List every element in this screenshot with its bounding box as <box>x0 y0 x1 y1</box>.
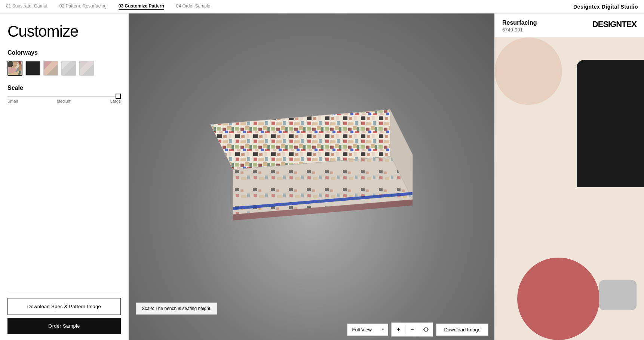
nav-step-customize[interactable]: 03 Customize Pattern <box>119 3 164 10</box>
crosshair-icon <box>423 327 429 333</box>
view-controls: Full View Detail View + − <box>347 322 488 337</box>
viewport-bg: Scale: The bench is seating height. Full… <box>129 13 494 340</box>
spec-logo: DESIGNTEX <box>592 19 637 29</box>
viewport: Scale: The bench is seating height. Full… <box>129 13 494 340</box>
shape-gray-rect <box>599 280 637 310</box>
spec-image-area <box>495 37 644 340</box>
spec-panel: Resurfacing 6749-901 DESIGNTEX <box>494 13 644 340</box>
left-panel: Customize Colorways Scale Small Medium L… <box>0 13 129 340</box>
download-image-button[interactable]: Download Image <box>436 324 488 336</box>
spec-bg <box>495 37 644 340</box>
scale-hint-text: Scale: The bench is seating height. <box>142 306 212 311</box>
scale-label: Scale <box>7 85 121 91</box>
colorway-swatch-4[interactable] <box>61 61 76 76</box>
colorways-row <box>7 61 121 76</box>
spec-pattern-name: Resurfacing <box>502 19 537 26</box>
colorway-swatch-2[interactable] <box>25 61 40 76</box>
scale-slider-container: Small Medium Large <box>7 96 121 111</box>
top-nav: 01 Substrate: Gamut 02 Pattern: Resurfac… <box>0 0 644 13</box>
shape-black-rect <box>577 60 644 187</box>
nav-step-substrate[interactable]: 01 Substrate: Gamut <box>6 3 47 10</box>
download-spec-button[interactable]: Download Spec & Pattern Image <box>7 298 121 315</box>
page-title: Customize <box>7 22 121 40</box>
scale-label-medium: Medium <box>57 99 71 103</box>
zoom-target-button[interactable] <box>419 323 433 336</box>
brand-title: Designtex Digital Studio <box>573 4 638 10</box>
nav-step-order[interactable]: 04 Order Sample <box>176 3 210 10</box>
view-select-wrap: Full View Detail View <box>347 324 388 336</box>
scale-hint: Scale: The bench is seating height. <box>136 303 217 315</box>
spec-header: Resurfacing 6749-901 DESIGNTEX <box>495 13 644 37</box>
scale-label-large: Large <box>110 99 121 103</box>
svg-point-26 <box>424 328 428 331</box>
colorways-label: Colorways <box>7 49 121 56</box>
zoom-controls: + − <box>391 322 433 337</box>
spec-pattern-preview <box>495 37 644 340</box>
nav-steps: 01 Substrate: Gamut 02 Pattern: Resurfac… <box>6 3 210 10</box>
zoom-out-button[interactable]: − <box>405 323 419 336</box>
viewport-bottom-bar: Full View Detail View + − <box>129 319 494 340</box>
scale-labels: Small Medium Large <box>7 99 121 103</box>
scale-track[interactable] <box>7 96 121 97</box>
shape-circle-red <box>517 258 599 340</box>
colorway-swatch-3[interactable] <box>43 61 58 76</box>
order-sample-button[interactable]: Order Sample <box>7 318 121 334</box>
shape-arc-cream <box>495 37 562 105</box>
spec-pattern-code: 6749-901 <box>502 27 537 33</box>
scale-section: Scale Small Medium Large <box>7 85 121 111</box>
spec-title-block: Resurfacing 6749-901 <box>502 19 537 33</box>
main-layout: Customize Colorways Scale Small Medium L… <box>0 13 644 340</box>
scale-label-small: Small <box>7 99 18 103</box>
colorway-swatch-5[interactable] <box>79 61 94 76</box>
nav-step-pattern[interactable]: 02 Pattern: Resurfacing <box>59 3 107 10</box>
colorway-swatch-1[interactable] <box>7 61 22 76</box>
zoom-in-button[interactable]: + <box>392 323 405 336</box>
scale-thumb[interactable] <box>116 94 121 99</box>
bottom-buttons: Download Spec & Pattern Image Order Samp… <box>7 292 121 340</box>
view-select[interactable]: Full View Detail View <box>347 324 388 336</box>
swatch-pattern-1 <box>8 61 22 75</box>
bench-svg <box>181 80 442 259</box>
